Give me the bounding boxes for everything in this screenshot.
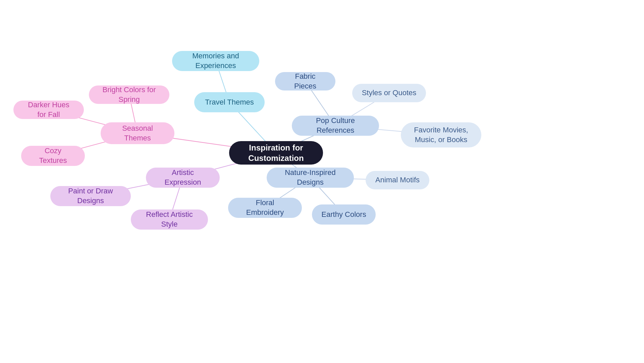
center-node: Inspiration for Customization <box>229 141 323 165</box>
node-cozy: Cozy Textures <box>21 146 85 166</box>
node-popculture: Pop Culture References <box>292 116 379 136</box>
node-earthy: Earthy Colors <box>312 204 376 225</box>
node-fabric: Fabric Pieces <box>275 72 335 90</box>
node-seasonal: Seasonal Themes <box>101 122 174 144</box>
node-darker: Darker Hues for Fall <box>13 101 84 119</box>
node-bright: Bright Colors for Spring <box>89 85 169 104</box>
node-animal: Animal Motifs <box>366 171 429 189</box>
node-styles: Styles or Quotes <box>352 84 426 102</box>
node-favmovies: Favorite Movies, Music, or Books <box>401 122 481 147</box>
node-nature: Nature-Inspired Designs <box>267 168 354 188</box>
node-reflect: Reflect Artistic Style <box>131 209 208 230</box>
node-memories: Memories and Experiences <box>172 51 259 71</box>
node-travel: Travel Themes <box>194 92 265 112</box>
node-paint: Paint or Draw Designs <box>50 186 131 206</box>
node-floral: Floral Embroidery <box>228 198 302 218</box>
node-artistic: Artistic Expression <box>146 168 220 188</box>
